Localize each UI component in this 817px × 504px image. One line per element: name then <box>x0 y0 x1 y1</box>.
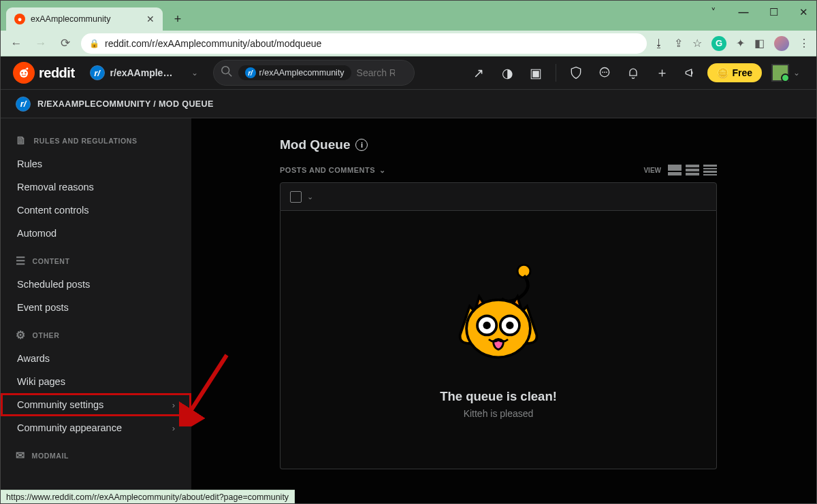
sidebar-item-wiki-pages[interactable]: Wiki pages <box>1 370 191 393</box>
reddit-logo[interactable]: reddit <box>13 62 75 84</box>
community-icon: r/ <box>90 65 105 80</box>
back-button[interactable]: ← <box>7 35 25 52</box>
section-label: MODMAIL <box>32 452 69 460</box>
window-caret-icon[interactable]: ˅ <box>705 6 722 18</box>
svg-point-8 <box>605 71 606 73</box>
coin-icon: 🪙 <box>717 67 728 78</box>
user-menu[interactable]: ⌄ <box>767 61 804 84</box>
sidebar-item-community-settings[interactable]: Community settings › <box>1 393 191 416</box>
advertise-megaphone-icon[interactable] <box>679 61 702 84</box>
free-label: Free <box>732 67 752 78</box>
browser-status-bar: https://www.reddit.com/r/exAAmplecommuni… <box>1 490 295 503</box>
chevron-down-icon: ⌄ <box>793 68 800 78</box>
browser-tab[interactable]: ● exAAmplecommunity ✕ <box>6 7 163 31</box>
chevron-down-icon: ⌄ <box>191 68 198 78</box>
tab-close-icon[interactable]: ✕ <box>146 14 155 24</box>
empty-title: The queue is clean! <box>440 389 557 404</box>
sidebar-item-label: Wiki pages <box>17 376 65 387</box>
notifications-bell-icon[interactable] <box>622 61 645 84</box>
chevron-down-icon: ⌄ <box>379 166 386 175</box>
window-maximize-icon[interactable]: ☐ <box>765 6 782 18</box>
new-tab-button[interactable]: + <box>168 10 187 29</box>
select-all-checkbox[interactable] <box>290 191 302 203</box>
svg-line-5 <box>228 73 231 77</box>
mail-icon: ✉ <box>16 449 25 462</box>
reddit-favicon: ● <box>14 14 25 24</box>
chat-icon[interactable] <box>593 61 616 84</box>
create-post-plus-icon[interactable]: ＋ <box>650 61 673 84</box>
install-icon[interactable]: ⭳ <box>654 37 664 50</box>
forward-button[interactable]: → <box>32 35 50 52</box>
svg-point-16 <box>483 321 491 329</box>
filter-label: POSTS AND COMMENTS <box>280 166 375 174</box>
document-icon: 🗎 <box>16 135 27 147</box>
live-icon[interactable]: ▣ <box>524 61 547 84</box>
sidebar-item-community-appearance[interactable]: Community appearance › <box>1 416 191 439</box>
filter-dropdown[interactable]: POSTS AND COMMENTS ⌄ <box>280 166 386 175</box>
page-title-row: Mod Queue i <box>191 137 816 165</box>
header-divider <box>556 64 556 82</box>
status-url: https://www.reddit.com/r/exAAmplecommuni… <box>6 492 289 502</box>
grammarly-extension-icon[interactable]: G <box>711 36 726 51</box>
chevron-down-icon[interactable]: ⌄ <box>307 192 313 201</box>
section-header-rules: 🗎 RULES AND REGULATIONS <box>1 125 191 152</box>
sidebar-item-label: Scheduled posts <box>17 279 90 290</box>
breadcrumb-text: R/EXAAMPLECOMMUNITY / MOD QUEUE <box>37 99 214 109</box>
sidebar-item-label: Removal reasons <box>17 182 94 192</box>
page-title: Mod Queue <box>280 137 350 152</box>
sidebar-item-label: Content controls <box>17 205 89 216</box>
browser-toolbar: ← → ⟳ 🔒 reddit.com/r/exAAmplecommunity/a… <box>1 31 816 56</box>
view-label: VIEW <box>643 167 661 174</box>
sidebar-item-label: Event posts <box>17 302 69 313</box>
sidebar-item-removal-reasons[interactable]: Removal reasons <box>1 175 191 199</box>
sidebar-item-content-controls[interactable]: Content controls <box>1 199 191 222</box>
reddit-wordmark: reddit <box>39 65 75 81</box>
profile-avatar-icon[interactable] <box>774 36 789 51</box>
info-icon[interactable]: i <box>355 139 368 151</box>
bookmark-icon[interactable]: ☆ <box>692 37 702 50</box>
address-bar[interactable]: 🔒 reddit.com/r/exAAmplecommunity/about/m… <box>81 33 647 54</box>
window-titlebar: ● exAAmplecommunity ✕ + ˅ — ☐ ✕ <box>1 1 816 31</box>
community-dropdown[interactable]: r/ r/exAAmpleco... ⌄ <box>84 61 204 84</box>
sidebar-item-label: Awards <box>17 353 50 364</box>
tab-title: exAAmplecommunity <box>31 14 141 24</box>
chrome-menu-icon[interactable]: ⋮ <box>799 37 810 50</box>
reload-button[interactable]: ⟳ <box>57 35 74 52</box>
sidebar-item-automod[interactable]: Automod <box>1 222 191 245</box>
search-scope-pill[interactable]: r/ r/exAAmplecommunity <box>238 65 351 80</box>
window-minimize-icon[interactable]: — <box>735 6 752 18</box>
free-button[interactable]: 🪙 Free <box>707 63 762 82</box>
svg-point-1 <box>21 72 22 73</box>
search-bar[interactable]: r/ r/exAAmplecommunity <box>213 60 415 86</box>
sidebar-item-rules[interactable]: Rules <box>1 152 191 175</box>
popular-icon[interactable]: ↗ <box>467 61 490 84</box>
community-name: r/exAAmpleco... <box>110 67 174 78</box>
view-card-icon[interactable] <box>668 165 682 175</box>
svg-point-2 <box>25 72 26 73</box>
extensions-icon[interactable]: ✦ <box>736 37 745 50</box>
share-icon[interactable]: ⇪ <box>674 37 683 50</box>
svg-point-7 <box>603 71 604 73</box>
section-label: RULES AND REGULATIONS <box>34 137 138 145</box>
sidebar-item-awards[interactable]: Awards <box>1 347 191 370</box>
content-area: Mod Queue i POSTS AND COMMENTS ⌄ VIEW ⌄ <box>191 118 816 504</box>
sidebar-item-scheduled-posts[interactable]: Scheduled posts <box>1 273 191 296</box>
sidebar-item-event-posts[interactable]: Event posts <box>1 296 191 319</box>
section-header-content: ☰ CONTENT <box>1 245 191 273</box>
coins-icon[interactable]: ◑ <box>496 61 519 84</box>
svg-point-4 <box>221 67 229 74</box>
sidebar-item-label: Community settings <box>17 399 103 410</box>
gear-icon: ⚙ <box>16 329 26 341</box>
mod-sidebar[interactable]: 🗎 RULES AND REGULATIONS Rules Removal re… <box>1 118 191 504</box>
moderation-shield-icon[interactable] <box>564 61 588 84</box>
search-input[interactable] <box>357 67 395 78</box>
lock-icon: 🔒 <box>89 39 99 48</box>
view-compact-icon[interactable] <box>703 165 717 175</box>
window-close-icon[interactable]: ✕ <box>795 6 812 18</box>
bulk-select-bar: ⌄ <box>280 182 717 211</box>
snoo-icon <box>13 62 35 84</box>
kitteh-illustration-icon <box>447 261 549 377</box>
sidepanel-icon[interactable]: ◧ <box>754 37 765 50</box>
search-icon <box>221 65 233 80</box>
view-classic-icon[interactable] <box>686 165 699 175</box>
